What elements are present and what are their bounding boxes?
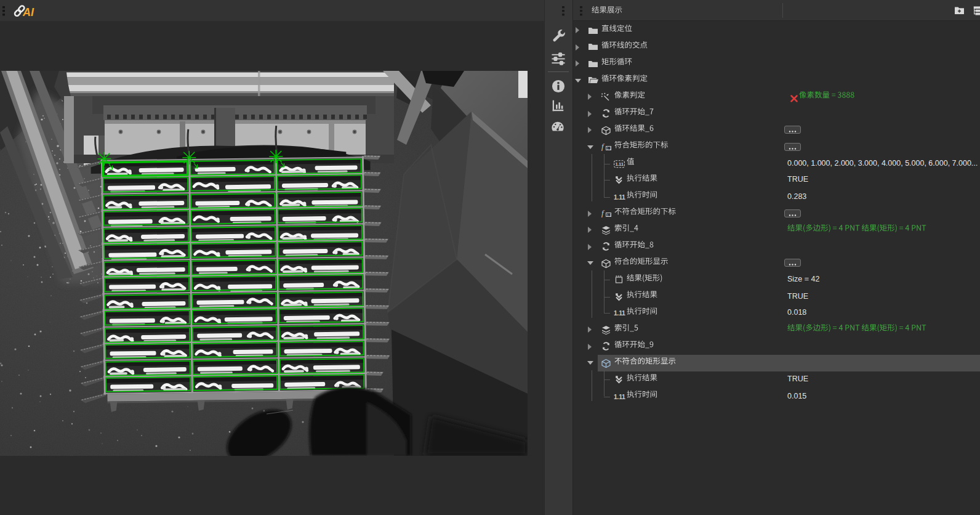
svg-text:1.1: 1.1 <box>607 213 612 217</box>
svg-text:AI: AI <box>22 6 34 18</box>
svg-text:1.11: 1.11 <box>615 161 624 167</box>
svg-text:f: f <box>601 208 605 217</box>
svg-text:1.1: 1.1 <box>607 147 612 150</box>
svg-text:1.11: 1.11 <box>614 393 625 400</box>
svg-text:1.11: 1.11 <box>614 309 625 317</box>
svg-text:1.11: 1.11 <box>614 193 625 201</box>
svg-text:f: f <box>601 142 605 151</box>
